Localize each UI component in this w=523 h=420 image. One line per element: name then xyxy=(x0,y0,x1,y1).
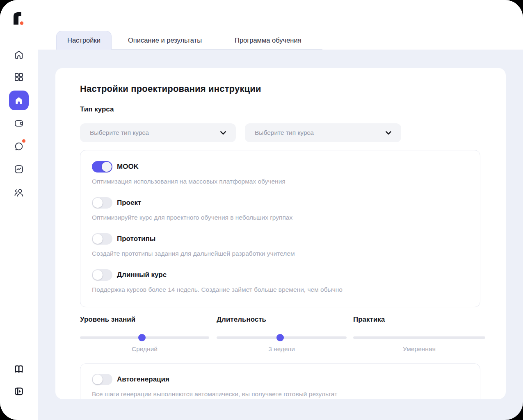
course-type-dropdown-2[interactable]: Выберите тип курса xyxy=(245,123,401,142)
prototypes-toggle[interactable] xyxy=(92,233,112,245)
mook-description: Оптимизация использования на массовых пл… xyxy=(92,178,468,185)
prototypes-description: Создайте прототипы задания для дальнейше… xyxy=(92,250,468,257)
option-row-mook: MOOK Оптимизация использования на массов… xyxy=(92,161,468,185)
chevron-down-icon xyxy=(386,131,391,135)
option-row-project: Проект Оптимизируйте курс для проектного… xyxy=(92,197,468,221)
autogeneration-toggle[interactable] xyxy=(92,374,112,385)
tab-curriculum-label: Программа обучения xyxy=(235,36,301,44)
slider-duration: Длительность 3 недели xyxy=(217,316,347,353)
project-description: Оптимизируйте курс для проектного обучен… xyxy=(92,214,468,221)
chevron-down-icon xyxy=(220,131,226,135)
analytics-icon xyxy=(14,164,24,175)
project-toggle[interactable] xyxy=(92,197,112,209)
tab-description-results-label: Описание и результаты xyxy=(128,36,202,44)
option-row-prototypes: Прототипы Создайте прототипы задания для… xyxy=(92,233,468,257)
sidebar-item-home[interactable] xyxy=(14,49,24,60)
course-type-dropdown-1[interactable]: Выберите тип курса xyxy=(80,123,236,142)
sidebar-item-wallet[interactable] xyxy=(14,118,24,129)
long-course-description: Поддержка курсов более 14 недель. Создан… xyxy=(92,286,468,293)
slider-label: Уровень знаний xyxy=(80,316,209,324)
sidebar-item-expand-panel[interactable] xyxy=(14,386,24,397)
toggle-knob xyxy=(93,270,103,280)
course-type-label: Тип курса xyxy=(80,105,114,114)
slider-value: 3 недели xyxy=(217,345,347,353)
sidebar xyxy=(0,0,38,420)
practice-track[interactable] xyxy=(353,336,485,339)
knowledge-level-thumb[interactable] xyxy=(138,334,146,341)
settings-card: Настройки проектирования инструкции Тип … xyxy=(55,68,506,399)
knowledge-level-track[interactable] xyxy=(80,336,209,339)
tab-settings-label: Настройки xyxy=(67,36,100,44)
slider-value: Средний xyxy=(80,345,209,353)
home-icon xyxy=(14,49,24,60)
course-builder-icon xyxy=(14,95,24,106)
long-course-toggle[interactable] xyxy=(92,269,112,281)
autogeneration-description: Все шаги генерации выполняются автоматич… xyxy=(92,390,468,398)
duration-track[interactable] xyxy=(217,336,347,339)
prototypes-label: Прототипы xyxy=(117,235,155,243)
page-title: Настройки проектирования инструкции xyxy=(80,84,261,94)
project-label: Проект xyxy=(117,199,141,207)
toggle-knob xyxy=(102,162,112,172)
chat-notification-dot xyxy=(22,139,25,143)
sidebar-item-course-builder[interactable] xyxy=(9,91,29,110)
slider-practice: Практика Умеренная xyxy=(353,316,485,353)
sidebar-item-apps[interactable] xyxy=(14,72,24,82)
slider-label: Практика xyxy=(353,316,485,324)
sidebar-item-people[interactable] xyxy=(14,187,24,198)
course-options-box: MOOK Оптимизация использования на массов… xyxy=(80,150,480,307)
slider-value: Умеренная xyxy=(353,345,485,353)
sidebar-item-analytics[interactable] xyxy=(14,164,24,175)
dropdown-placeholder: Выберите тип курса xyxy=(255,129,314,136)
dropdown-placeholder: Выберите тип курса xyxy=(90,129,149,136)
option-row-long-course: Длинный курс Поддержка курсов более 14 н… xyxy=(92,269,468,293)
tab-bar: Настройки Описание и результаты Программ… xyxy=(56,31,318,50)
toggle-knob xyxy=(93,375,103,384)
autogeneration-label: Автогенерация xyxy=(117,375,169,384)
tab-description-results[interactable]: Описание и результаты xyxy=(112,31,218,50)
tab-curriculum[interactable]: Программа обучения xyxy=(218,31,318,50)
mook-label: MOOK xyxy=(117,163,139,171)
chat-icon xyxy=(14,141,24,152)
tab-settings[interactable]: Настройки xyxy=(56,31,112,50)
sidebar-item-library[interactable] xyxy=(14,364,24,375)
autogeneration-box: Автогенерация Все шаги генерации выполня… xyxy=(80,363,480,399)
mook-toggle[interactable] xyxy=(92,161,112,173)
app-window: Настройки Описание и результаты Программ… xyxy=(0,0,523,420)
logo-dot xyxy=(20,21,23,25)
apps-grid-icon xyxy=(14,72,24,82)
slider-knowledge-level: Уровень знаний Средний xyxy=(80,316,209,353)
toggle-knob xyxy=(93,234,103,244)
sidebar-item-chat[interactable] xyxy=(14,141,24,152)
duration-thumb[interactable] xyxy=(276,334,284,341)
toggle-knob xyxy=(93,198,103,208)
expand-panel-icon xyxy=(14,386,24,397)
people-icon xyxy=(14,187,24,198)
app-logo xyxy=(14,12,24,26)
slider-label: Длительность xyxy=(217,316,347,324)
wallet-icon xyxy=(14,118,24,129)
long-course-label: Длинный курс xyxy=(117,271,167,279)
library-book-icon xyxy=(14,364,24,375)
